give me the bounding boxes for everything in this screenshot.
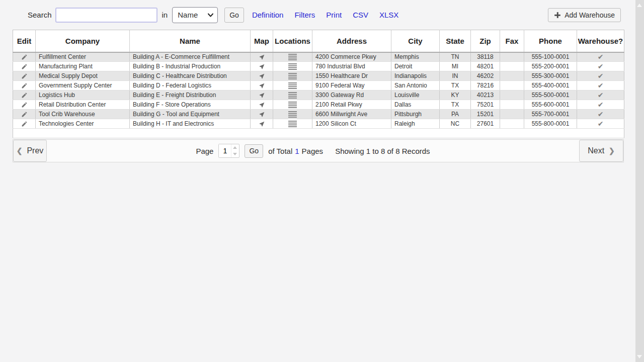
locations-list-icon xyxy=(288,54,297,60)
edit-cell[interactable] xyxy=(13,81,36,90)
edit-cell[interactable] xyxy=(13,90,36,100)
column-header-warehouse: Warehouse? xyxy=(577,30,624,52)
phone-cell: 555-600-0001 xyxy=(524,100,577,110)
state-cell: TN xyxy=(440,52,471,62)
zip-cell: 75201 xyxy=(471,100,500,110)
table-row: Medical Supply Depot Building C - Health… xyxy=(13,71,624,81)
locations-cell[interactable] xyxy=(273,71,312,81)
stepper-down-button[interactable] xyxy=(231,151,238,157)
xlsx-link[interactable]: XLSX xyxy=(379,11,398,19)
column-header-edit: Edit xyxy=(13,30,36,52)
name-cell: Building C - Healthcare Distribution xyxy=(130,71,251,81)
column-header-company: Company xyxy=(36,30,130,52)
column-header-address: Address xyxy=(312,30,391,52)
locations-cell[interactable] xyxy=(273,90,312,100)
map-cell[interactable] xyxy=(251,81,273,90)
filters-link[interactable]: Filters xyxy=(294,11,315,19)
next-button[interactable]: Next ❯ xyxy=(579,140,623,162)
warehouse-cell: ✔ xyxy=(577,100,624,110)
company-cell: Government Supply Center xyxy=(36,81,130,90)
prev-button[interactable]: ❮ Prev xyxy=(13,140,47,162)
city-cell: Dallas xyxy=(391,100,440,110)
map-cell[interactable] xyxy=(251,90,273,100)
stepper-up-button[interactable] xyxy=(231,144,238,151)
map-cell[interactable] xyxy=(251,71,273,81)
address-cell: 1200 Silicon Ct xyxy=(312,119,391,129)
showing-records-text: Showing 1 to 8 of 8 Records xyxy=(335,147,430,155)
triangle-up-icon xyxy=(233,146,237,149)
address-cell: 2100 Retail Pkwy xyxy=(312,100,391,110)
table-row: Retail Distribution Center Building F - … xyxy=(13,100,624,110)
scroll-up-arrow-icon[interactable] xyxy=(637,4,642,7)
map-cell[interactable] xyxy=(251,62,273,71)
locations-list-icon xyxy=(288,63,297,70)
vertical-scrollbar[interactable] xyxy=(635,0,644,362)
map-cell[interactable] xyxy=(251,100,273,110)
address-cell: 4200 Commerce Pkwy xyxy=(312,52,391,62)
table-row: Technologies Center Building H - IT and … xyxy=(13,119,624,129)
table-header-row: Edit Company Name Map Locations Address … xyxy=(13,30,624,52)
in-label: in xyxy=(162,11,168,19)
scroll-down-arrow-icon[interactable] xyxy=(637,355,642,358)
phone-cell: 555-400-0001 xyxy=(524,81,577,90)
map-navigation-icon xyxy=(259,54,265,60)
warehouse-cell: ✔ xyxy=(577,90,624,100)
fax-cell xyxy=(500,81,524,90)
definition-link[interactable]: Definition xyxy=(252,11,284,19)
locations-cell[interactable] xyxy=(273,81,312,90)
company-cell: Fulfillment Center xyxy=(36,52,130,62)
column-header-state: State xyxy=(440,30,471,52)
edit-cell[interactable] xyxy=(13,62,36,71)
search-go-button[interactable]: Go xyxy=(224,8,244,23)
map-cell[interactable] xyxy=(251,119,273,129)
column-header-locations: Locations xyxy=(273,30,312,52)
zip-cell: 38118 xyxy=(471,52,500,62)
search-input[interactable] xyxy=(55,8,157,23)
chevron-down-icon xyxy=(208,13,213,17)
edit-pencil-icon xyxy=(21,102,28,108)
map-navigation-icon xyxy=(259,73,265,79)
page-number-input[interactable] xyxy=(219,144,231,157)
company-cell: Tool Crib Warehouse xyxy=(36,110,130,119)
locations-cell[interactable] xyxy=(273,119,312,129)
address-cell: 780 Industrial Blvd xyxy=(312,62,391,71)
add-warehouse-button[interactable]: Add Warehouse xyxy=(548,8,621,22)
check-icon: ✔ xyxy=(598,72,604,80)
state-cell: TX xyxy=(440,81,471,90)
company-cell: Medical Supply Depot xyxy=(36,71,130,81)
csv-link[interactable]: CSV xyxy=(353,11,368,19)
warehouse-cell: ✔ xyxy=(577,71,624,81)
fax-cell xyxy=(500,62,524,71)
city-cell: Detroit xyxy=(391,62,440,71)
map-cell[interactable] xyxy=(251,52,273,62)
edit-cell[interactable] xyxy=(13,119,36,129)
total-prefix: of Total xyxy=(268,147,292,155)
edit-cell[interactable] xyxy=(13,110,36,119)
locations-cell[interactable] xyxy=(273,110,312,119)
edit-cell[interactable] xyxy=(13,100,36,110)
print-link[interactable]: Print xyxy=(326,11,342,19)
locations-list-icon xyxy=(288,82,297,89)
triangle-down-icon xyxy=(233,153,237,155)
company-cell: Retail Distribution Center xyxy=(36,100,130,110)
column-header-city: City xyxy=(391,30,440,52)
plus-icon xyxy=(554,12,561,19)
page-go-button[interactable]: Go xyxy=(245,144,263,158)
total-pages-link[interactable]: 1 xyxy=(295,147,299,155)
total-suffix: Pages xyxy=(302,147,324,155)
zip-cell: 27601 xyxy=(471,119,500,129)
name-cell: Building B - Industrial Production xyxy=(130,62,251,71)
phone-cell: 555-800-0001 xyxy=(524,119,577,129)
search-field-select[interactable]: Name xyxy=(172,7,218,23)
locations-cell[interactable] xyxy=(273,62,312,71)
company-cell: Logistics Hub xyxy=(36,90,130,100)
edit-cell[interactable] xyxy=(13,71,36,81)
locations-cell[interactable] xyxy=(273,100,312,110)
zip-cell: 46202 xyxy=(471,71,500,81)
locations-cell[interactable] xyxy=(273,52,312,62)
edit-cell[interactable] xyxy=(13,52,36,62)
map-cell[interactable] xyxy=(251,110,273,119)
state-cell: MI xyxy=(440,62,471,71)
phone-cell: 555-300-0001 xyxy=(524,71,577,81)
warehouse-cell: ✔ xyxy=(577,119,624,129)
